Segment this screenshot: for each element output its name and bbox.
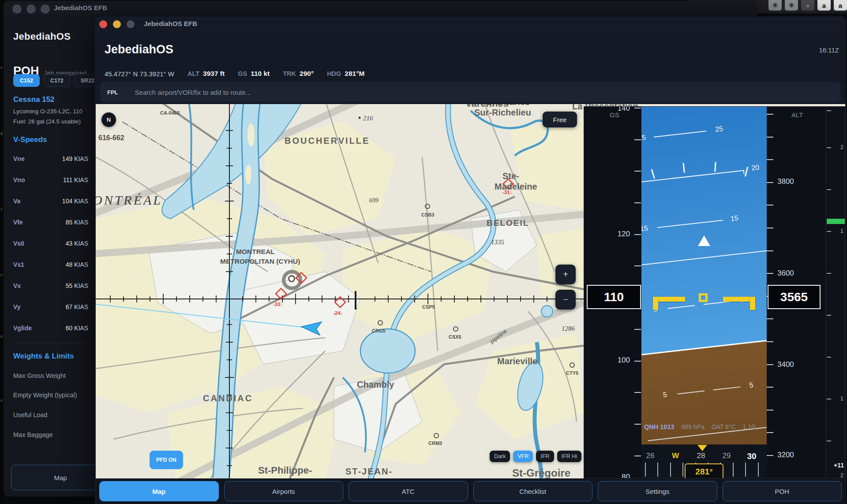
- flight-data-row: 45.4727° N 73.3921° W ALT3937 ft GS110 k…: [105, 68, 364, 79]
- alt-tick-label: 3400: [777, 360, 808, 369]
- efb-window: JebediahOS EFB JebediahOS 16:11Z 45.4727…: [95, 16, 846, 504]
- vspeed-label: Vfe: [13, 219, 23, 226]
- route-search-input[interactable]: [134, 88, 841, 97]
- vspeed-value: 60 KIAS: [66, 325, 88, 332]
- map-pane[interactable]: CA-0463 Varennes St-Charles Sur-Richelie…: [96, 104, 845, 478]
- zoom-window-icon[interactable]: [127, 20, 135, 28]
- svg-text:CSX5: CSX5: [449, 334, 461, 340]
- amazon-icon[interactable]: a: [817, 0, 831, 11]
- heading-tick-label: 28: [692, 452, 710, 460]
- trk-value: 290°: [300, 70, 314, 78]
- vsi-tape: 2 1 1 2 +11: [825, 107, 845, 478]
- svg-text:BELOEIL: BELOEIL: [487, 218, 529, 228]
- svg-text:MONTREAL: MONTREAL: [236, 248, 275, 255]
- openai-icon[interactable]: ✳: [785, 0, 798, 11]
- layer-dark[interactable]: Dark: [490, 451, 510, 462]
- svg-text:MONTRÉAL: MONTRÉAL: [96, 193, 162, 207]
- vspeed-value: 104 KIAS: [62, 198, 88, 205]
- close-icon[interactable]: [99, 20, 107, 28]
- alt-tick-label: 3600: [777, 269, 808, 278]
- gs-value: 110 kt: [251, 70, 270, 78]
- svg-text:-33↓: -33↓: [273, 302, 283, 307]
- svg-text:Sur-Richelieu: Sur-Richelieu: [474, 108, 531, 117]
- north-up-button[interactable]: N: [101, 112, 116, 127]
- nav-atc[interactable]: ATC: [349, 481, 468, 501]
- vspeed-label: Vx: [13, 282, 21, 289]
- speed-readout: 110: [587, 285, 641, 309]
- minimize-icon[interactable]: [26, 4, 36, 14]
- app-title: JebediahOS: [13, 31, 71, 42]
- nav-airports[interactable]: Airports: [224, 481, 344, 501]
- weight-row: Useful Load: [13, 411, 47, 418]
- amazon-icon[interactable]: a: [834, 0, 847, 11]
- vspeed-label: Vy: [13, 303, 21, 310]
- svg-text:CSP5: CSP5: [422, 304, 435, 310]
- vspeed-label: Va: [13, 198, 20, 205]
- zoom-out-button[interactable]: −: [555, 290, 576, 310]
- aircraft-tabs: C152 C172 SR22: [13, 74, 101, 87]
- heading-strip: 26 W 28 29 30 281°: [641, 444, 767, 478]
- weight-row: Empty Weight (typical): [13, 392, 77, 399]
- zoom-in-button[interactable]: +: [555, 265, 576, 284]
- nav-settings[interactable]: Settings: [598, 481, 717, 501]
- vspeed-label: Vglide: [13, 325, 32, 332]
- svg-text:CSB3: CSB3: [421, 212, 434, 217]
- heading-readout: 281°: [685, 463, 723, 478]
- vspeed-label: Vne: [13, 155, 25, 162]
- zulu-clock: 16:11Z: [819, 46, 839, 54]
- svg-text:St-Charles: St-Charles: [486, 104, 530, 107]
- heading-tick-label: 29: [718, 452, 735, 460]
- tab-c152[interactable]: C152: [13, 74, 40, 87]
- vspeed-value: 67 KIAS: [66, 303, 88, 310]
- heading-tick-label: W: [667, 452, 684, 460]
- fpl-badge: FPL: [107, 89, 118, 96]
- minimize-icon[interactable]: [113, 20, 121, 28]
- weight-row: Max Baggage: [13, 431, 52, 438]
- vspeed-label: Vno: [13, 176, 25, 183]
- pfd-toggle-button[interactable]: PFD ON: [150, 451, 183, 469]
- fpl-search-bar: FPL: [100, 82, 841, 102]
- aircraft-fuel: Fuel: 26 gal (24.5 usable): [13, 118, 81, 125]
- nav-map[interactable]: Map: [99, 481, 219, 501]
- pfd-status-row: QNH 1013 889 hPa OAT 8°C 1.1G: [644, 423, 767, 430]
- svg-text:Chambly: Chambly: [357, 380, 394, 389]
- layer-ifr-hi[interactable]: IFR Hi: [557, 451, 581, 462]
- gs-label: GS: [238, 70, 247, 77]
- svg-text:St-Philippe-: St-Philippe-: [258, 465, 312, 476]
- vspeeds-heading: V-Speeds: [13, 135, 47, 144]
- vspeed-value: 55 KIAS: [66, 282, 88, 289]
- layer-vfr[interactable]: VFR: [513, 451, 533, 462]
- hdg-label: HDG: [327, 70, 341, 77]
- vspeed-value: 43 KIAS: [66, 240, 88, 247]
- layer-ifr[interactable]: IFR: [536, 451, 554, 462]
- nav-poh[interactable]: POH: [723, 481, 842, 501]
- svg-text:699: 699: [369, 197, 379, 204]
- alt-tick-label: 3200: [777, 451, 808, 459]
- vspeed-label: Vs1: [13, 261, 24, 268]
- svg-text:Marieville: Marieville: [497, 356, 537, 366]
- vspeed-value: 149 KIAS: [62, 155, 88, 162]
- svg-text:-31↓: -31↓: [502, 190, 512, 195]
- vsi-bar: [827, 219, 845, 224]
- vspeed-value: 111 KIAS: [63, 176, 88, 183]
- svg-text:CRG5: CRG5: [372, 328, 386, 333]
- screen: ✳ ✳ ● a a ed yu ne JebediahOS EFB Jebedi…: [0, 0, 847, 504]
- background-titlebar[interactable]: JebediahOS EFB: [4, 1, 757, 16]
- zoom-window-icon[interactable]: [41, 4, 50, 14]
- svg-text:1286: 1286: [562, 325, 575, 332]
- qnh-value[interactable]: QNH 1013: [644, 423, 675, 430]
- titlebar[interactable]: JebediahOS EFB: [95, 16, 846, 31]
- tab-icon[interactable]: ●: [801, 0, 814, 11]
- aircraft-name: Cessna 152: [13, 95, 55, 104]
- vsi-readout: +11: [834, 462, 844, 469]
- svg-text:St-Grégoire: St-Grégoire: [512, 467, 570, 478]
- speed-tick-label: 140: [599, 106, 630, 113]
- close-icon[interactable]: [12, 4, 22, 14]
- nav-checklist[interactable]: Checklist: [473, 481, 593, 501]
- openai-icon[interactable]: ✳: [768, 0, 782, 11]
- heading-tick-label: 26: [641, 452, 659, 460]
- divider: [13, 343, 86, 343]
- free-camera-button[interactable]: Free: [543, 112, 577, 127]
- speed-tick-label: 100: [599, 356, 630, 365]
- tab-c172[interactable]: C172: [44, 74, 70, 87]
